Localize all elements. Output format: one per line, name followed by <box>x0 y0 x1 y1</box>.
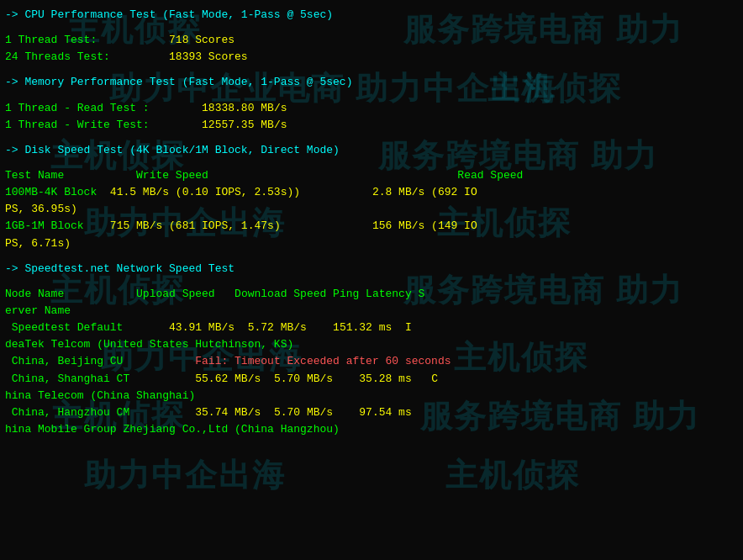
disk-col-spacer2 <box>208 169 457 182</box>
net-default-download: 5.72 MB/s <box>248 321 307 334</box>
cpu-24thread: 24 Threads Test: 18393 Scores <box>5 49 738 66</box>
cpu-1thread-value: 718 Scores <box>169 34 234 46</box>
net-isp-hangzhou: hina Mobile Group Zhejiang Co.,Ltd (Chin… <box>5 421 738 438</box>
spacer6 <box>5 252 738 261</box>
cpu-1thread: 1 Thread Test: 718 Scores <box>5 32 738 49</box>
cpu-24thread-spacer <box>110 50 169 63</box>
net-beijing-spacer <box>123 355 195 367</box>
spacer3 <box>5 92 738 100</box>
spacer5 <box>5 159 738 167</box>
terminal-output: -> CPU Performance Test (Fast Mode, 1-Pa… <box>0 0 743 445</box>
net-section-header: -> Speedtest.net Network Speed Test <box>5 261 738 277</box>
mem-section-header: -> Memory Performance Test (Fast Mode, 1… <box>5 74 738 91</box>
net-col-node: Node Name <box>5 288 64 300</box>
net-row-hangzhou: China, Hangzhou CM 35.74 MB/s 5.70 MB/s … <box>5 404 738 421</box>
net-row-beijing: China, Beijing CU Fail: Timeout Exceeded… <box>5 353 738 370</box>
net-default-spacer3 <box>307 321 333 334</box>
net-default-name: Speedtest Default <box>5 321 123 334</box>
net-beijing-name: China, Beijing CU <box>5 355 123 367</box>
net-default-upload: 43.91 MB/s <box>169 321 234 334</box>
mem-write: 1 Thread - Write Test: 12557.35 MB/s <box>5 117 738 134</box>
net-col-server-cont: erver Name <box>5 304 71 317</box>
disk-1m-write: 715 MB/s (681 IOPS, 1.47s) <box>110 219 281 232</box>
net-shanghai-extra: C <box>431 372 438 385</box>
net-col-spacer3 <box>326 288 333 300</box>
disk-4k-spacer2 <box>300 186 372 198</box>
net-table-header: Node Name Upload Speed Download Speed Pi… <box>5 286 738 303</box>
disk-row-4k-cont: PS, 36.95s) <box>5 201 738 218</box>
cpu-1thread-spacer <box>97 34 169 46</box>
net-default-spacer4 <box>392 321 405 334</box>
mem-write-spacer <box>150 119 202 131</box>
mem-write-value: 12557.35 MB/s <box>202 119 287 131</box>
disk-1m-read-cont: PS, 6.71s) <box>5 237 71 250</box>
net-default-spacer <box>123 321 169 334</box>
net-hangzhou-name: China, Hangzhou CM <box>5 406 129 419</box>
net-isp-default: deaTek Telcom (United States Hutchinson,… <box>5 336 738 353</box>
net-header-cont: erver Name <box>5 303 738 320</box>
disk-col-read: Read Speed <box>457 169 523 182</box>
net-beijing-fail: Fail: Timeout Exceeded after 60 seconds <box>195 355 451 367</box>
net-default-spacer2 <box>234 321 248 334</box>
disk-col-name: Test Name <box>5 169 64 182</box>
net-isp-hangzhou-text: hina Mobile Group Zhejiang Co.,Ltd (Chin… <box>5 423 340 436</box>
net-hangzhou-spacer3 <box>333 406 359 419</box>
net-default-extra: I <box>405 321 412 334</box>
mem-write-label: 1 Thread - Write Test: <box>5 119 150 131</box>
disk-col-spacer1 <box>64 169 136 182</box>
cpu-section-header: -> CPU Performance Test (Fast Mode, 1-Pa… <box>5 7 738 24</box>
mem-read-label: 1 Thread - Read Test : <box>5 102 150 114</box>
disk-1m-spacer2 <box>281 219 372 232</box>
net-hangzhou-download: 5.70 MB/s <box>274 406 333 419</box>
net-col-download: Download Speed <box>234 288 326 300</box>
disk-row-4k: 100MB-4K Block 41.5 MB/s (0.10 IOPS, 2.5… <box>5 184 738 201</box>
disk-1m-spacer <box>84 219 110 232</box>
net-row-shanghai: China, Shanghai CT 55.62 MB/s 5.70 MB/s … <box>5 371 738 388</box>
net-col-spacer4 <box>412 288 419 300</box>
net-shanghai-download: 5.70 MB/s <box>274 372 333 385</box>
disk-4k-spacer <box>97 186 110 198</box>
net-col-server-start: S <box>419 288 425 300</box>
disk-row-1m-cont: PS, 6.71s) <box>5 235 738 252</box>
cpu-24thread-value: 18393 Scores <box>169 50 248 63</box>
disk-4k-read-cont: PS, 36.95s) <box>5 203 77 215</box>
disk-col-write: Write Speed <box>136 169 208 182</box>
net-hangzhou-spacer2 <box>261 406 274 419</box>
net-shanghai-spacer <box>129 372 195 385</box>
net-shanghai-spacer3 <box>333 372 359 385</box>
disk-section-header: -> Disk Speed Test (4K Block/1M Block, D… <box>5 142 738 159</box>
net-isp-shanghai: hina Telecom (China Shanghai) <box>5 388 738 404</box>
net-default-ping: 151.32 ms <box>333 321 392 334</box>
net-col-spacer2 <box>215 288 234 300</box>
net-col-spacer1 <box>64 288 136 300</box>
spacer4 <box>5 134 738 142</box>
net-col-ping: Ping Latency <box>333 288 412 300</box>
disk-4k-name: 100MB-4K Block <box>5 186 97 198</box>
disk-1m-read: 156 MB/s (149 IO <box>372 219 477 232</box>
mem-read-spacer <box>150 102 202 114</box>
net-hangzhou-spacer <box>129 406 195 419</box>
net-shanghai-spacer2 <box>261 372 274 385</box>
disk-4k-write: 41.5 MB/s (0.10 IOPS, 2.53s)) <box>110 186 300 198</box>
mem-read: 1 Thread - Read Test : 18338.80 MB/s <box>5 100 738 117</box>
spacer <box>5 24 738 32</box>
net-hangzhou-upload: 35.74 MB/s <box>195 406 261 419</box>
spacer2 <box>5 66 738 74</box>
net-col-upload: Upload Speed <box>136 288 215 300</box>
disk-4k-read: 2.8 MB/s (692 IO <box>372 186 477 198</box>
net-hangzhou-ping: 97.54 ms <box>359 406 411 419</box>
net-isp-shanghai-text: hina Telecom (China Shanghai) <box>5 389 195 402</box>
watermark-12: 助力中企出海 <box>84 454 286 497</box>
spacer7 <box>5 277 738 286</box>
net-shanghai-spacer4 <box>412 372 431 385</box>
net-isp-default-text: deaTek Telcom (United States Hutchinson,… <box>5 338 293 351</box>
disk-table-header: Test Name Write Speed Read Speed <box>5 167 738 184</box>
net-row-default: Speedtest Default 43.91 MB/s 5.72 MB/s 1… <box>5 320 738 336</box>
net-shanghai-name: China, Shanghai CT <box>5 372 129 385</box>
mem-read-value: 18338.80 MB/s <box>202 102 287 114</box>
disk-row-1m: 1GB-1M Block 715 MB/s (681 IOPS, 1.47s) … <box>5 218 738 235</box>
net-shanghai-ping: 35.28 ms <box>359 372 411 385</box>
disk-1m-name: 1GB-1M Block <box>5 219 84 232</box>
watermark-12b: 主机侦探 <box>445 454 580 497</box>
net-shanghai-upload: 55.62 MB/s <box>195 372 261 385</box>
